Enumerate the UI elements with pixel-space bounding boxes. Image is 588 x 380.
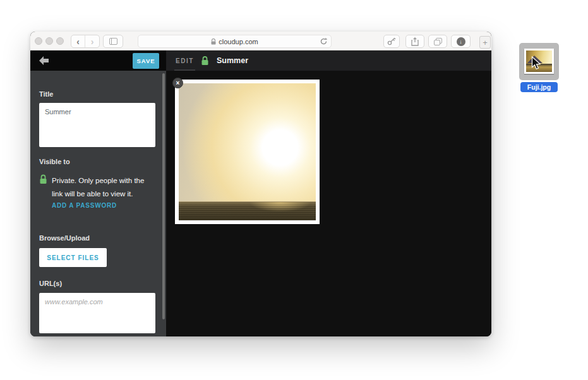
lock-icon — [201, 56, 209, 66]
sidebar-icon — [109, 38, 117, 45]
stream-header: EDIT Summer — [166, 50, 491, 71]
remove-item-button[interactable]: × — [172, 78, 183, 88]
title-label: Title — [39, 90, 53, 98]
save-button[interactable]: SAVE — [133, 53, 159, 69]
file-name: Fuji.jpg — [527, 83, 551, 91]
urls-label: URL(s) — [39, 280, 62, 287]
browser-window: ‹ › cloudup.com — [30, 32, 491, 336]
file-name-label: Fuji.jpg — [520, 82, 558, 92]
key-icon — [387, 37, 396, 45]
urls-input[interactable] — [39, 293, 155, 333]
reload-icon — [320, 37, 328, 45]
address-url: cloudup.com — [219, 38, 258, 45]
forward-button[interactable]: › — [85, 35, 99, 47]
edit-sidebar: Title Summer Visible to Private. Only pe… — [30, 71, 166, 336]
title-input[interactable]: Summer — [39, 103, 155, 147]
select-files-button[interactable]: SELECT FILES — [39, 248, 107, 267]
close-window-button[interactable] — [35, 37, 42, 45]
lock-icon — [211, 39, 216, 45]
back-arrow-icon[interactable] — [39, 56, 49, 65]
downloads-button[interactable]: ↓ — [451, 35, 471, 48]
minimize-window-button[interactable] — [45, 37, 53, 45]
download-icon: ↓ — [457, 37, 465, 46]
stream-content: × — [166, 71, 491, 336]
summer-photo — [179, 83, 316, 220]
zoom-window-button[interactable] — [56, 37, 64, 45]
mouse-cursor-icon — [531, 56, 541, 70]
new-tab-button[interactable]: + — [479, 36, 491, 49]
nav-button-group: ‹ › — [71, 35, 100, 48]
browser-toolbar: ‹ › cloudup.com — [30, 32, 491, 50]
privacy-text: Private. Only people with the link will … — [52, 174, 157, 201]
stream-title: Summer — [217, 50, 248, 71]
item-thumbnail[interactable]: × — [175, 80, 320, 224]
tab-overview-button[interactable] — [428, 35, 447, 48]
chevron-right-icon: › — [91, 37, 94, 46]
tab-edit[interactable]: EDIT — [176, 50, 194, 71]
sidebar-header: SAVE — [30, 50, 166, 71]
address-bar[interactable]: cloudup.com — [138, 35, 332, 48]
share-button[interactable] — [405, 35, 424, 48]
ocean-area — [179, 201, 316, 220]
share-icon — [411, 37, 419, 46]
sidebar-toggle-button[interactable] — [103, 35, 123, 48]
lock-icon — [39, 174, 47, 184]
passwords-button[interactable] — [383, 35, 400, 48]
chevron-left-icon: ‹ — [76, 37, 80, 46]
visible-to-label: Visible to — [39, 158, 70, 165]
tabs-icon — [434, 38, 442, 45]
sidebar-scrollbar[interactable] — [162, 73, 165, 319]
reload-button[interactable] — [320, 37, 328, 47]
add-password-link[interactable]: ADD A PASSWORD — [52, 202, 117, 209]
browse-upload-label: Browse/Upload — [39, 234, 90, 242]
plus-icon: + — [483, 38, 488, 47]
back-button[interactable]: ‹ — [71, 35, 85, 47]
